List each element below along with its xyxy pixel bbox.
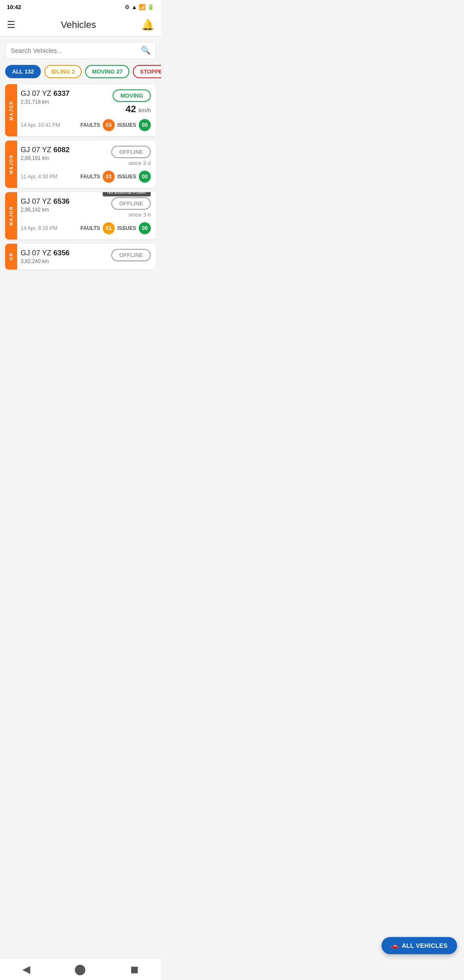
vehicle-km: 2,31,718 km <box>21 99 70 105</box>
vehicle-date: 14 Apr, 8:16 PM <box>21 225 57 231</box>
issues-badge: 00 <box>139 222 151 234</box>
vehicle-info-left: GJ 07 YZ 63372,31,718 km <box>21 89 70 105</box>
wifi-icon: ▲ <box>131 4 137 10</box>
signal-icon: 📶 <box>139 4 146 10</box>
vehicle-card-body: GJ 07 YZ 60822,89,191 kmOFFLINEsince 3 d… <box>17 141 156 188</box>
vehicle-id: GJ 07 YZ 6356 <box>21 249 70 257</box>
vehicle-info-left: GJ 07 YZ 63563,82,240 km <box>21 249 70 264</box>
vehicle-since: since 3 d <box>128 160 151 166</box>
tab-stopped[interactable]: STOPPED 4 <box>133 65 161 78</box>
status-badge: OFFLINE <box>111 197 151 210</box>
vehicle-info-right: OFFLINE <box>111 249 151 261</box>
vehicle-footer: 11 Apr, 4:30 PM FAULTS 03 ISSUES 00 <box>21 171 151 183</box>
home-button[interactable]: ⬤ <box>74 963 86 975</box>
status-icons: ⚙ ▲ 📶 🔋 <box>125 4 154 10</box>
vehicle-id: GJ 07 YZ 6536 <box>21 197 70 206</box>
card-top-row: GJ 07 YZ 63563,82,240 kmOFFLINE <box>21 249 151 264</box>
tab-idling-label: IDLING <box>51 68 70 75</box>
card-top-row: GJ 07 YZ 63372,31,718 kmMOVING42 km/h <box>21 89 151 115</box>
tab-all-label: ALL <box>12 68 23 75</box>
issues-label: ISSUES <box>117 174 136 180</box>
bell-icon[interactable]: 🔔 <box>141 19 154 31</box>
faults-badge: 03 <box>103 171 115 183</box>
vehicle-km: 3,82,240 km <box>21 258 70 264</box>
tab-moving[interactable]: MOVING 27 <box>85 65 129 78</box>
vehicle-info-left: GJ 07 YZ 60822,89,191 km <box>21 146 70 161</box>
header: ☰ Vehicles 🔔 <box>0 14 161 37</box>
issues-badge: 00 <box>139 119 151 131</box>
header-icons: 🔔 <box>141 19 154 31</box>
faults-badge: 01 <box>103 222 115 234</box>
vehicle-side-label: MAJOR <box>5 84 17 136</box>
vehicle-side-label: MAJOR <box>5 141 17 188</box>
card-top-row: GJ 07 YZ 60822,89,191 kmOFFLINEsince 3 d <box>21 146 151 166</box>
issues-label: ISSUES <box>117 122 136 128</box>
back-button[interactable]: ◀ <box>22 963 30 975</box>
issues-label: ISSUES <box>117 225 136 231</box>
faults-label: FAULTS <box>80 225 100 231</box>
status-badge: OFFLINE <box>111 249 151 261</box>
vehicle-footer: 14 Apr, 8:16 PM FAULTS 01 ISSUES 00 <box>21 222 151 234</box>
faults-issues: FAULTS 03 ISSUES 00 <box>80 119 151 131</box>
faults-label: FAULTS <box>80 122 100 128</box>
vehicle-since: since 3 h <box>128 211 151 218</box>
vehicle-card[interactable]: MAJORGJ 07 YZ 63372,31,718 kmMOVING42 km… <box>5 84 156 136</box>
menu-icon[interactable]: ☰ <box>7 19 15 31</box>
settings-icon: ⚙ <box>125 4 130 10</box>
status-time: 10:42 <box>7 4 21 10</box>
status-badge: MOVING <box>113 89 151 102</box>
tab-stopped-label: STOPPED <box>140 68 161 75</box>
vehicle-speed: 42 km/h <box>125 104 151 115</box>
faults-issues: FAULTS 01 ISSUES 00 <box>80 222 151 234</box>
vehicles-list: MAJORGJ 07 YZ 63372,31,718 kmMOVING42 km… <box>0 81 161 273</box>
vehicle-side-label: OR <box>5 244 17 270</box>
tab-idling[interactable]: IDLING 2 <box>44 65 82 78</box>
vehicle-card-body: GJ 07 YZ 63563,82,240 kmOFFLINE <box>17 244 156 270</box>
search-bar: 🔍 <box>5 42 156 59</box>
card-top-row: GJ 07 YZ 65362,96,142 kmOFFLINEsince 3 h <box>21 197 151 218</box>
filter-tabs: ALL 132 IDLING 2 MOVING 27 STOPPED 4 <box>0 62 161 81</box>
vehicle-km: 2,96,142 km <box>21 207 70 213</box>
tab-all[interactable]: ALL 132 <box>5 65 41 78</box>
vehicle-id: GJ 07 YZ 6082 <box>21 146 70 154</box>
tooltip: No External Power <box>103 192 151 196</box>
vehicle-side-label: MAJOR <box>5 192 17 239</box>
vehicle-info-left: GJ 07 YZ 65362,96,142 km <box>21 197 70 213</box>
tab-all-count: 132 <box>24 68 34 75</box>
bottom-nav: ◀ ⬤ ◼ <box>0 958 161 980</box>
vehicle-date: 11 Apr, 4:30 PM <box>21 174 57 180</box>
vehicle-id: GJ 07 YZ 6337 <box>21 89 70 98</box>
recent-button[interactable]: ◼ <box>130 963 139 975</box>
vehicle-card[interactable]: MAJORGJ 07 YZ 60822,89,191 kmOFFLINEsinc… <box>5 141 156 188</box>
tab-moving-label: MOVING <box>92 68 115 75</box>
issues-badge: 00 <box>139 171 151 183</box>
faults-label: FAULTS <box>80 174 100 180</box>
vehicle-card[interactable]: ORGJ 07 YZ 63563,82,240 kmOFFLINE <box>5 244 156 270</box>
tab-moving-count: 27 <box>116 68 122 75</box>
tab-idling-count: 2 <box>72 68 75 75</box>
vehicle-card-body: GJ 07 YZ 65362,96,142 kmOFFLINEsince 3 h… <box>17 192 156 239</box>
search-button[interactable]: 🔍 <box>141 46 150 55</box>
vehicle-km: 2,89,191 km <box>21 155 70 161</box>
search-input[interactable] <box>11 47 141 54</box>
vehicle-card-body: GJ 07 YZ 63372,31,718 kmMOVING42 km/h14 … <box>17 84 156 136</box>
faults-issues: FAULTS 03 ISSUES 00 <box>80 171 151 183</box>
battery-icon: 🔋 <box>147 4 154 10</box>
faults-badge: 03 <box>103 119 115 131</box>
vehicle-footer: 14 Apr, 10:41 PM FAULTS 03 ISSUES 00 <box>21 119 151 131</box>
vehicle-info-right: OFFLINEsince 3 d <box>111 146 151 166</box>
page-title: Vehicles <box>61 19 96 31</box>
vehicle-info-right: MOVING42 km/h <box>113 89 151 115</box>
status-badge: OFFLINE <box>111 146 151 158</box>
vehicle-date: 14 Apr, 10:41 PM <box>21 122 60 128</box>
vehicle-info-right: OFFLINEsince 3 h <box>111 197 151 218</box>
status-bar: 10:42 ⚙ ▲ 📶 🔋 <box>0 0 161 14</box>
vehicle-card[interactable]: MAJORNo External PowerGJ 07 YZ 65362,96,… <box>5 192 156 239</box>
